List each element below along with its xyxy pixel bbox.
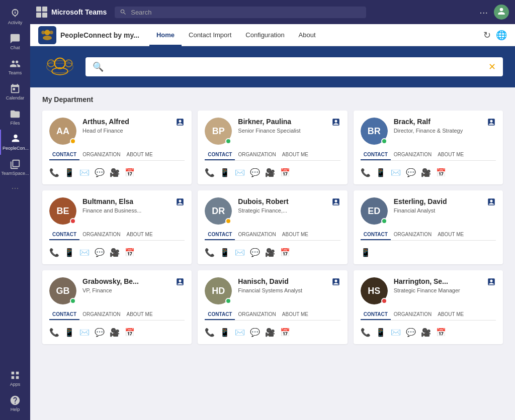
nav-contact-import[interactable]: Contact Import [182, 25, 238, 46]
topbar-more-icon[interactable]: ··· [479, 7, 488, 18]
sidebar-item-peoplecon[interactable]: PeopleCon... [0, 130, 30, 155]
tab-about-me[interactable]: ABOUT ME [279, 150, 311, 160]
mobile-icon[interactable]: 📱 [220, 328, 230, 337]
tab-organization[interactable]: ORGANIZATION [235, 230, 279, 240]
calendar-icon[interactable]: 📅 [125, 328, 135, 337]
tab-organization[interactable]: ORGANIZATION [391, 150, 435, 160]
user-avatar[interactable] [494, 5, 509, 20]
video-icon[interactable]: 🎥 [421, 328, 431, 337]
sidebar-item-chat[interactable]: Chat [0, 29, 30, 54]
sidebar-item-help[interactable]: Help [0, 391, 30, 416]
topbar-search-box[interactable] [115, 7, 366, 18]
profile-icon[interactable] [331, 197, 340, 208]
nav-home[interactable]: Home [149, 25, 182, 46]
tab-organization[interactable]: ORGANIZATION [79, 150, 123, 160]
email-icon[interactable]: ✉️ [79, 168, 90, 177]
profile-icon[interactable] [487, 197, 496, 208]
profile-icon[interactable] [487, 118, 496, 129]
tab-contact[interactable]: CONTACT [49, 230, 79, 240]
profile-icon[interactable] [176, 277, 185, 288]
email-icon[interactable]: ✉️ [235, 248, 245, 257]
mobile-icon[interactable]: 📱 [64, 248, 74, 257]
phone-icon[interactable]: 📞 [361, 168, 371, 177]
chat-icon[interactable]: 💬 [406, 168, 416, 177]
mobile-icon[interactable]: 📱 [376, 328, 386, 337]
nav-configuration[interactable]: Configuration [238, 25, 291, 46]
tab-contact[interactable]: CONTACT [49, 309, 79, 320]
email-icon[interactable]: ✉️ [391, 328, 401, 337]
phone-icon[interactable]: 📞 [361, 328, 371, 337]
email-icon[interactable]: ✉️ [391, 168, 401, 177]
calendar-icon[interactable]: 📅 [125, 168, 135, 177]
mobile-icon[interactable]: 📱 [361, 248, 371, 257]
profile-icon[interactable] [331, 118, 340, 129]
phone-icon[interactable]: 📞 [205, 168, 215, 177]
phone-icon[interactable]: 📞 [49, 168, 59, 177]
sidebar-item-teams[interactable]: Teams [0, 54, 30, 79]
phone-icon[interactable]: 📞 [49, 328, 59, 337]
sidebar-item-apps[interactable]: Apps [0, 366, 30, 391]
video-icon[interactable]: 🎥 [110, 248, 120, 257]
tab-contact[interactable]: CONTACT [49, 150, 79, 160]
tab-about-me[interactable]: ABOUT ME [435, 230, 467, 240]
tab-contact[interactable]: CONTACT [205, 150, 235, 160]
tab-about-me[interactable]: ABOUT ME [124, 150, 156, 160]
calendar-icon[interactable]: 📅 [280, 168, 290, 177]
phone-icon[interactable]: 📞 [205, 328, 215, 337]
tab-contact[interactable]: CONTACT [205, 309, 235, 320]
mobile-icon[interactable]: 📱 [220, 168, 230, 177]
sidebar-more[interactable]: ··· [11, 180, 19, 196]
tab-organization[interactable]: ORGANIZATION [235, 150, 279, 160]
profile-icon[interactable] [487, 277, 496, 288]
tab-organization[interactable]: ORGANIZATION [391, 309, 435, 320]
globe-icon[interactable]: 🌐 [496, 30, 507, 41]
profile-icon[interactable] [176, 197, 185, 208]
tab-contact[interactable]: CONTACT [361, 150, 391, 160]
video-icon[interactable]: 🎥 [265, 328, 275, 337]
tab-organization[interactable]: ORGANIZATION [79, 309, 123, 320]
video-icon[interactable]: 🎥 [421, 168, 431, 177]
banner-search-input[interactable] [109, 63, 483, 71]
banner-search-box[interactable]: 🔍 ✕ [85, 57, 503, 76]
tab-about-me[interactable]: ABOUT ME [435, 309, 467, 320]
sidebar-item-teamspace[interactable]: TeamSpace... [0, 155, 30, 180]
email-icon[interactable]: ✉️ [79, 248, 90, 257]
sidebar-item-calendar[interactable]: Calendar [0, 79, 30, 104]
chat-icon[interactable]: 💬 [95, 328, 105, 337]
phone-icon[interactable]: 📞 [205, 248, 215, 257]
banner-close-icon[interactable]: ✕ [488, 61, 496, 72]
tab-about-me[interactable]: ABOUT ME [279, 230, 311, 240]
nav-about[interactable]: About [292, 25, 323, 46]
email-icon[interactable]: ✉️ [79, 328, 90, 337]
tab-about-me[interactable]: ABOUT ME [279, 309, 311, 320]
tab-organization[interactable]: ORGANIZATION [235, 309, 279, 320]
chat-icon[interactable]: 💬 [406, 328, 416, 337]
tab-organization[interactable]: ORGANIZATION [79, 230, 123, 240]
sidebar-item-files[interactable]: Files [0, 104, 30, 130]
apps-grid-icon[interactable] [36, 7, 47, 18]
calendar-icon[interactable]: 📅 [436, 168, 446, 177]
profile-icon[interactable] [331, 277, 340, 288]
calendar-icon[interactable]: 📅 [280, 328, 290, 337]
mobile-icon[interactable]: 📱 [220, 248, 230, 257]
tab-about-me[interactable]: ABOUT ME [124, 309, 156, 320]
mobile-icon[interactable]: 📱 [64, 168, 74, 177]
calendar-icon[interactable]: 📅 [280, 248, 290, 257]
profile-icon[interactable] [176, 118, 185, 129]
video-icon[interactable]: 🎥 [110, 328, 120, 337]
video-icon[interactable]: 🎥 [265, 168, 275, 177]
chat-icon[interactable]: 💬 [250, 328, 260, 337]
sidebar-item-activity[interactable]: Activity [0, 4, 30, 29]
calendar-icon[interactable]: 📅 [436, 328, 446, 337]
video-icon[interactable]: 🎥 [110, 168, 120, 177]
email-icon[interactable]: ✉️ [235, 328, 245, 337]
mobile-icon[interactable]: 📱 [64, 328, 74, 337]
chat-icon[interactable]: 💬 [95, 248, 105, 257]
video-icon[interactable]: 🎥 [265, 248, 275, 257]
tab-contact[interactable]: CONTACT [361, 230, 391, 240]
tab-about-me[interactable]: ABOUT ME [435, 150, 467, 160]
email-icon[interactable]: ✉️ [235, 168, 245, 177]
tab-contact[interactable]: CONTACT [361, 309, 391, 320]
tab-organization[interactable]: ORGANIZATION [391, 230, 435, 240]
refresh-icon[interactable]: ↻ [483, 30, 491, 41]
